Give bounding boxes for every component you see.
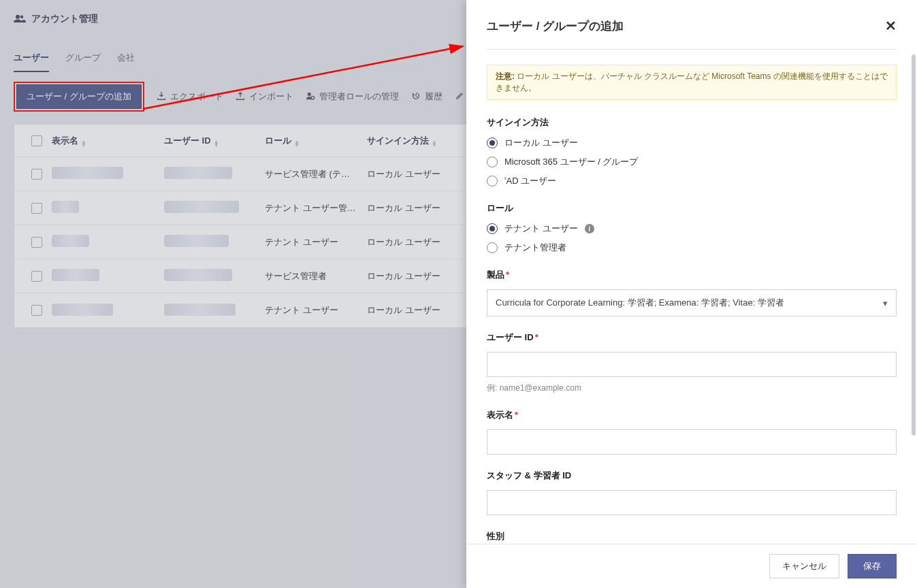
chevron-down-icon: ▾ (883, 298, 888, 308)
role-label: ロール (487, 202, 897, 214)
save-button[interactable]: 保存 (848, 554, 897, 578)
userid-label: ユーザー ID* (487, 331, 897, 344)
product-label: 製品* (487, 269, 897, 281)
alert-prefix: 注意: (496, 71, 515, 81)
gender-label: 性別 (487, 530, 897, 542)
role-option-tenant-admin[interactable]: テナント管理者 (487, 242, 897, 254)
userid-input[interactable] (487, 352, 897, 377)
product-select[interactable]: Curricula for Corporate Learning: 学習者; E… (487, 289, 897, 316)
panel-title: ユーザー / グループの追加 (487, 18, 624, 34)
panel-body: 注意: ローカル ユーザーは、バーチャル クラスルームなど Microsoft … (466, 49, 917, 544)
close-button[interactable]: ✕ (885, 18, 897, 34)
alert-text: ローカル ユーザーは、バーチャル クラスルームなど Microsoft Team… (496, 71, 888, 93)
signin-option-m365[interactable]: Microsoft 365 ユーザー / グループ (487, 156, 897, 168)
display-name-label: 表示名* (487, 409, 897, 421)
role-option-tenant-user[interactable]: テナント ユーザー i (487, 223, 897, 235)
radio-icon (487, 223, 498, 234)
panel-footer: キャンセル 保存 (466, 544, 917, 588)
product-value: Curricula for Corporate Learning: 学習者; E… (496, 297, 784, 309)
signin-method-group: ローカル ユーザー Microsoft 365 ユーザー / グループ 'AD … (487, 137, 897, 187)
signin-option-local[interactable]: ローカル ユーザー (487, 137, 897, 149)
staff-id-label: スタッフ & 学習者 ID (487, 470, 897, 482)
info-icon[interactable]: i (585, 224, 594, 233)
radio-icon (487, 137, 498, 148)
side-panel: ユーザー / グループの追加 ✕ 注意: ローカル ユーザーは、バーチャル クラ… (466, 0, 917, 588)
staff-id-input[interactable] (487, 490, 897, 515)
signin-method-label: サインイン方法 (487, 116, 897, 129)
scrollbar[interactable] (912, 54, 916, 436)
radio-icon (487, 157, 498, 167)
cancel-button[interactable]: キャンセル (769, 554, 839, 578)
signin-option-ad[interactable]: 'AD ユーザー (487, 175, 897, 187)
display-name-input[interactable] (487, 429, 897, 455)
role-group: テナント ユーザー i テナント管理者 (487, 223, 897, 254)
radio-icon (487, 176, 498, 186)
userid-hint: 例: name1@example.com (487, 382, 897, 394)
radio-icon (487, 242, 498, 253)
warning-alert: 注意: ローカル ユーザーは、バーチャル クラスルームなど Microsoft … (487, 65, 897, 100)
